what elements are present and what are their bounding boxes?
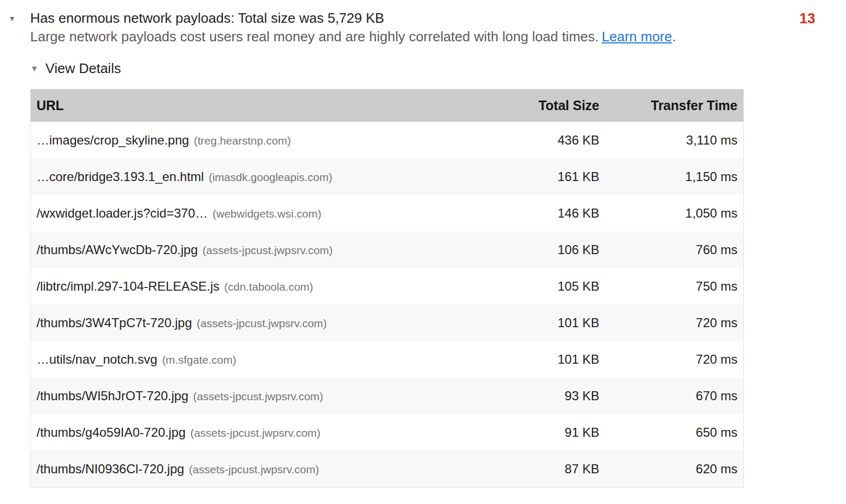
resource-transfer-time: 650 ms xyxy=(599,414,743,451)
failing-items-count-badge: 13 xyxy=(799,9,815,28)
resource-url-cell: /thumbs/g4o59IA0-720.jpg(assets-jpcust.j… xyxy=(31,414,493,451)
resource-total-size: 106 KB xyxy=(493,231,599,268)
table-row: /thumbs/NI0936Cl-720.jpg(assets-jpcust.j… xyxy=(31,451,743,487)
resource-domain: (imasdk.googleapis.com) xyxy=(209,171,332,183)
resource-transfer-time: 750 ms xyxy=(599,268,743,304)
audit-text-block: Has enormous network payloads: Total siz… xyxy=(30,9,799,46)
resource-transfer-time: 1,050 ms xyxy=(599,195,743,231)
resource-url-cell: /libtrc/impl.297-104-RELEASE.js(cdn.tabo… xyxy=(31,268,493,304)
table-header-row: URL Total Size Transfer Time xyxy=(31,89,743,122)
audit-description: Large network payloads cost users real m… xyxy=(30,28,799,46)
resource-transfer-time: 720 ms xyxy=(599,304,743,341)
payload-table-body: …images/crop_skyline.png(treg.hearstnp.c… xyxy=(31,122,743,487)
resource-domain: (webwidgets.wsi.com) xyxy=(213,208,321,220)
view-details-label: View Details xyxy=(46,60,121,77)
table-row: /thumbs/AWcYwcDb-720.jpg(assets-jpcust.j… xyxy=(31,231,743,268)
resource-url-cell: /wxwidget.loader.js?cid=370…(webwidgets.… xyxy=(31,195,493,231)
resource-url-cell: …images/crop_skyline.png(treg.hearstnp.c… xyxy=(31,122,493,158)
resource-url: /thumbs/3W4TpC7t-720.jpg xyxy=(37,316,192,330)
resource-url-cell: /thumbs/WI5hJrOT-720.jpg(assets-jpcust.j… xyxy=(31,377,493,414)
resource-transfer-time: 670 ms xyxy=(599,377,743,414)
resource-total-size: 105 KB xyxy=(493,268,599,304)
resource-transfer-time: 720 ms xyxy=(599,341,743,377)
payload-table: URL Total Size Transfer Time …images/cro… xyxy=(30,89,744,488)
audit-enormous-network-payloads: ▼ Has enormous network payloads: Total s… xyxy=(0,0,846,488)
resource-url: /thumbs/WI5hJrOT-720.jpg xyxy=(37,389,188,403)
resource-transfer-time: 620 ms xyxy=(599,451,743,487)
resource-total-size: 87 KB xyxy=(493,451,599,487)
resource-domain: (assets-jpcust.jwpsrv.com) xyxy=(196,317,327,329)
view-details-toggle[interactable]: ▼ View Details xyxy=(30,60,846,77)
resource-domain: (treg.hearstnp.com) xyxy=(194,134,291,147)
table-row: /wxwidget.loader.js?cid=370…(webwidgets.… xyxy=(31,195,743,231)
view-details-triangle-icon: ▼ xyxy=(30,65,39,73)
resource-url-cell: …utils/nav_notch.svg(m.sfgate.com) xyxy=(31,341,493,377)
learn-more-link[interactable]: Learn more xyxy=(602,29,672,44)
resource-url: /wxwidget.loader.js?cid=370… xyxy=(37,206,208,220)
table-row: …core/bridge3.193.1_en.html(imasdk.googl… xyxy=(31,158,743,195)
audit-header: ▼ Has enormous network payloads: Total s… xyxy=(0,0,846,46)
resource-url-cell: /thumbs/AWcYwcDb-720.jpg(assets-jpcust.j… xyxy=(31,231,493,268)
resource-url: …images/crop_skyline.png xyxy=(37,133,189,147)
resource-domain: (m.sfgate.com) xyxy=(162,354,236,366)
audit-collapse-triangle-icon[interactable]: ▼ xyxy=(8,9,17,28)
resource-total-size: 93 KB xyxy=(493,377,599,414)
resource-url: /thumbs/NI0936Cl-720.jpg xyxy=(37,462,184,476)
column-header-url: URL xyxy=(31,89,493,122)
table-row: /thumbs/g4o59IA0-720.jpg(assets-jpcust.j… xyxy=(31,414,743,451)
column-header-transfer-time: Transfer Time xyxy=(599,89,743,122)
resource-url-cell: …core/bridge3.193.1_en.html(imasdk.googl… xyxy=(31,158,493,195)
resource-url: /libtrc/impl.297-104-RELEASE.js xyxy=(37,279,219,293)
table-row: /thumbs/3W4TpC7t-720.jpg(assets-jpcust.j… xyxy=(31,304,743,341)
resource-domain: (assets-jpcust.jwpsrv.com) xyxy=(203,244,333,256)
resource-transfer-time: 760 ms xyxy=(599,231,743,268)
table-row: …utils/nav_notch.svg(m.sfgate.com) 101 K… xyxy=(31,341,743,377)
audit-title: Has enormous network payloads: Total siz… xyxy=(30,9,799,28)
resource-url: …utils/nav_notch.svg xyxy=(37,352,157,366)
resource-transfer-time: 1,150 ms xyxy=(599,158,743,195)
table-row: …images/crop_skyline.png(treg.hearstnp.c… xyxy=(31,122,743,158)
table-row: /libtrc/impl.297-104-RELEASE.js(cdn.tabo… xyxy=(31,268,743,304)
resource-total-size: 91 KB xyxy=(493,414,599,451)
resource-url: /thumbs/g4o59IA0-720.jpg xyxy=(37,425,186,439)
resource-total-size: 161 KB xyxy=(493,158,599,195)
resource-url: /thumbs/AWcYwcDb-720.jpg xyxy=(37,242,198,257)
resource-domain: (assets-jpcust.jwpsrv.com) xyxy=(189,463,319,475)
resource-url-cell: /thumbs/3W4TpC7t-720.jpg(assets-jpcust.j… xyxy=(31,304,493,341)
resource-total-size: 146 KB xyxy=(493,195,599,231)
resource-url-cell: /thumbs/NI0936Cl-720.jpg(assets-jpcust.j… xyxy=(31,451,493,487)
resource-total-size: 101 KB xyxy=(493,304,599,341)
resource-url: …core/bridge3.193.1_en.html xyxy=(37,169,204,184)
resource-domain: (assets-jpcust.jwpsrv.com) xyxy=(191,427,321,439)
column-header-total-size: Total Size xyxy=(493,89,599,122)
audit-description-text: Large network payloads cost users real m… xyxy=(30,29,599,44)
resource-domain: (cdn.taboola.com) xyxy=(224,281,313,293)
resource-transfer-time: 3,110 ms xyxy=(599,122,743,158)
table-row: /thumbs/WI5hJrOT-720.jpg(assets-jpcust.j… xyxy=(31,377,743,414)
resource-domain: (assets-jpcust.jwpsrv.com) xyxy=(193,390,323,402)
after-link-period: . xyxy=(672,29,676,44)
resource-total-size: 101 KB xyxy=(493,341,599,377)
resource-total-size: 436 KB xyxy=(493,122,599,158)
